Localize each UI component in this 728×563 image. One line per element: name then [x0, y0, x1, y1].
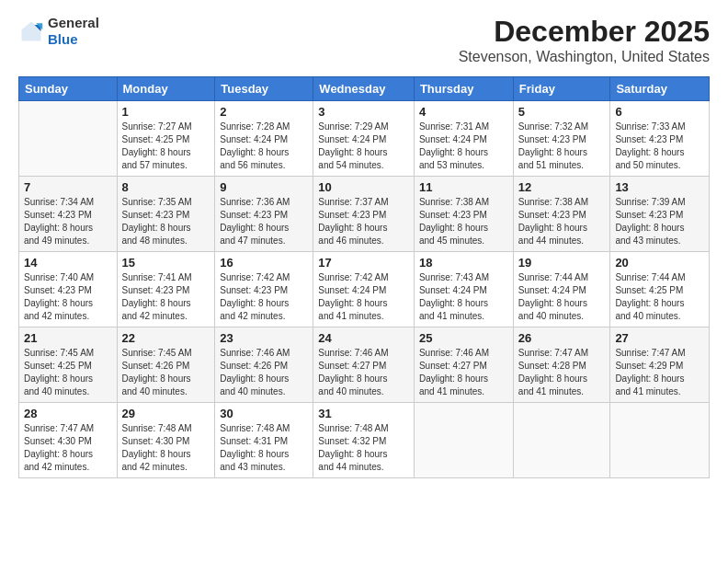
day-info: Sunrise: 7:36 AM Sunset: 4:23 PM Dayligh… [220, 196, 308, 247]
calendar-header-tuesday: Tuesday [215, 77, 313, 101]
page: General Blue December 2025 Stevenson, Wa… [0, 0, 728, 563]
calendar-header-saturday: Saturday [610, 77, 710, 101]
day-number: 5 [518, 105, 606, 119]
calendar-cell: 23Sunrise: 7:46 AM Sunset: 4:26 PM Dayli… [215, 327, 313, 403]
day-info: Sunrise: 7:45 AM Sunset: 4:26 PM Dayligh… [122, 347, 210, 398]
day-number: 29 [122, 407, 210, 420]
calendar-header-sunday: Sunday [19, 77, 118, 101]
calendar-cell: 26Sunrise: 7:47 AM Sunset: 4:28 PM Dayli… [513, 327, 610, 403]
day-info: Sunrise: 7:43 AM Sunset: 4:24 PM Dayligh… [419, 271, 508, 323]
calendar-cell: 5Sunrise: 7:32 AM Sunset: 4:23 PM Daylig… [513, 101, 610, 177]
calendar-week-row: 28Sunrise: 7:47 AM Sunset: 4:30 PM Dayli… [19, 403, 710, 478]
day-number: 18 [419, 256, 508, 270]
day-number: 26 [518, 331, 606, 345]
calendar-cell: 15Sunrise: 7:41 AM Sunset: 4:23 PM Dayli… [117, 252, 215, 327]
day-info: Sunrise: 7:48 AM Sunset: 4:30 PM Dayligh… [122, 422, 210, 474]
day-number: 7 [24, 180, 112, 194]
day-info: Sunrise: 7:29 AM Sunset: 4:24 PM Dayligh… [318, 121, 409, 172]
logo-blue: Blue [48, 31, 78, 47]
calendar-cell: 19Sunrise: 7:44 AM Sunset: 4:24 PM Dayli… [513, 252, 610, 327]
day-number: 19 [518, 256, 606, 270]
calendar-cell: 24Sunrise: 7:46 AM Sunset: 4:27 PM Dayli… [313, 327, 415, 403]
day-info: Sunrise: 7:48 AM Sunset: 4:31 PM Dayligh… [220, 422, 308, 474]
calendar-week-row: 1Sunrise: 7:27 AM Sunset: 4:25 PM Daylig… [19, 101, 710, 177]
day-info: Sunrise: 7:39 AM Sunset: 4:23 PM Dayligh… [615, 196, 704, 247]
calendar-cell: 3Sunrise: 7:29 AM Sunset: 4:24 PM Daylig… [313, 101, 415, 177]
calendar-cell: 28Sunrise: 7:47 AM Sunset: 4:30 PM Dayli… [19, 403, 118, 478]
logo-text: General Blue [48, 15, 99, 48]
day-info: Sunrise: 7:27 AM Sunset: 4:25 PM Dayligh… [122, 121, 210, 172]
day-number: 28 [24, 407, 112, 420]
day-number: 22 [122, 331, 210, 345]
day-info: Sunrise: 7:46 AM Sunset: 4:27 PM Dayligh… [318, 347, 409, 398]
title-section: December 2025 Stevenson, Washington, Uni… [459, 15, 710, 65]
day-info: Sunrise: 7:46 AM Sunset: 4:27 PM Dayligh… [419, 347, 508, 398]
calendar-cell: 16Sunrise: 7:42 AM Sunset: 4:23 PM Dayli… [215, 252, 313, 327]
day-number: 14 [24, 256, 112, 270]
calendar-header-monday: Monday [117, 77, 215, 101]
day-info: Sunrise: 7:47 AM Sunset: 4:29 PM Dayligh… [615, 347, 704, 398]
day-info: Sunrise: 7:40 AM Sunset: 4:23 PM Dayligh… [24, 271, 112, 323]
calendar-cell: 29Sunrise: 7:48 AM Sunset: 4:30 PM Dayli… [117, 403, 215, 478]
calendar-cell: 10Sunrise: 7:37 AM Sunset: 4:23 PM Dayli… [313, 177, 415, 252]
month-title: December 2025 [459, 15, 710, 49]
day-info: Sunrise: 7:46 AM Sunset: 4:26 PM Dayligh… [220, 347, 308, 398]
day-info: Sunrise: 7:32 AM Sunset: 4:23 PM Dayligh… [518, 121, 606, 172]
logo: General Blue [18, 15, 99, 48]
day-info: Sunrise: 7:42 AM Sunset: 4:24 PM Dayligh… [318, 271, 409, 323]
location: Stevenson, Washington, United States [459, 49, 710, 65]
calendar-cell: 31Sunrise: 7:48 AM Sunset: 4:32 PM Dayli… [313, 403, 415, 478]
day-number: 31 [318, 407, 409, 420]
calendar-cell [414, 403, 513, 478]
day-number: 12 [518, 180, 606, 194]
day-info: Sunrise: 7:38 AM Sunset: 4:23 PM Dayligh… [419, 196, 508, 247]
calendar-cell: 8Sunrise: 7:35 AM Sunset: 4:23 PM Daylig… [117, 177, 215, 252]
day-number: 20 [615, 256, 704, 270]
calendar-cell: 11Sunrise: 7:38 AM Sunset: 4:23 PM Dayli… [414, 177, 513, 252]
day-info: Sunrise: 7:31 AM Sunset: 4:24 PM Dayligh… [419, 121, 508, 172]
day-number: 25 [419, 331, 508, 345]
day-info: Sunrise: 7:45 AM Sunset: 4:25 PM Dayligh… [24, 347, 112, 398]
calendar-cell: 27Sunrise: 7:47 AM Sunset: 4:29 PM Dayli… [610, 327, 710, 403]
calendar-cell [513, 403, 610, 478]
day-number: 23 [220, 331, 308, 345]
calendar-header-thursday: Thursday [414, 77, 513, 101]
calendar-week-row: 7Sunrise: 7:34 AM Sunset: 4:23 PM Daylig… [19, 177, 710, 252]
calendar-cell: 1Sunrise: 7:27 AM Sunset: 4:25 PM Daylig… [117, 101, 215, 177]
day-number: 24 [318, 331, 409, 345]
logo-general: General [48, 15, 99, 30]
day-number: 30 [220, 407, 308, 420]
calendar-cell [610, 403, 710, 478]
calendar-cell: 20Sunrise: 7:44 AM Sunset: 4:25 PM Dayli… [610, 252, 710, 327]
day-info: Sunrise: 7:42 AM Sunset: 4:23 PM Dayligh… [220, 271, 308, 323]
calendar-cell: 2Sunrise: 7:28 AM Sunset: 4:24 PM Daylig… [215, 101, 313, 177]
day-number: 4 [419, 105, 508, 119]
header: General Blue December 2025 Stevenson, Wa… [18, 15, 710, 65]
calendar-week-row: 14Sunrise: 7:40 AM Sunset: 4:23 PM Dayli… [19, 252, 710, 327]
calendar-week-row: 21Sunrise: 7:45 AM Sunset: 4:25 PM Dayli… [19, 327, 710, 403]
calendar-cell: 22Sunrise: 7:45 AM Sunset: 4:26 PM Dayli… [117, 327, 215, 403]
calendar-cell: 14Sunrise: 7:40 AM Sunset: 4:23 PM Dayli… [19, 252, 118, 327]
calendar-cell: 18Sunrise: 7:43 AM Sunset: 4:24 PM Dayli… [414, 252, 513, 327]
calendar-cell: 21Sunrise: 7:45 AM Sunset: 4:25 PM Dayli… [19, 327, 118, 403]
calendar-cell: 12Sunrise: 7:38 AM Sunset: 4:23 PM Dayli… [513, 177, 610, 252]
day-number: 21 [24, 331, 112, 345]
day-info: Sunrise: 7:37 AM Sunset: 4:23 PM Dayligh… [318, 196, 409, 247]
day-info: Sunrise: 7:44 AM Sunset: 4:25 PM Dayligh… [615, 271, 704, 323]
calendar-cell: 13Sunrise: 7:39 AM Sunset: 4:23 PM Dayli… [610, 177, 710, 252]
day-info: Sunrise: 7:38 AM Sunset: 4:23 PM Dayligh… [518, 196, 606, 247]
day-info: Sunrise: 7:44 AM Sunset: 4:24 PM Dayligh… [518, 271, 606, 323]
day-number: 16 [220, 256, 308, 270]
day-number: 27 [615, 331, 704, 345]
day-number: 9 [220, 180, 308, 194]
calendar-cell: 30Sunrise: 7:48 AM Sunset: 4:31 PM Dayli… [215, 403, 313, 478]
calendar-cell: 7Sunrise: 7:34 AM Sunset: 4:23 PM Daylig… [19, 177, 118, 252]
day-number: 1 [122, 105, 210, 119]
calendar-cell [19, 101, 118, 177]
day-info: Sunrise: 7:34 AM Sunset: 4:23 PM Dayligh… [24, 196, 112, 247]
day-number: 11 [419, 180, 508, 194]
day-number: 10 [318, 180, 409, 194]
calendar-header-wednesday: Wednesday [313, 77, 415, 101]
day-number: 17 [318, 256, 409, 270]
day-number: 2 [220, 105, 308, 119]
